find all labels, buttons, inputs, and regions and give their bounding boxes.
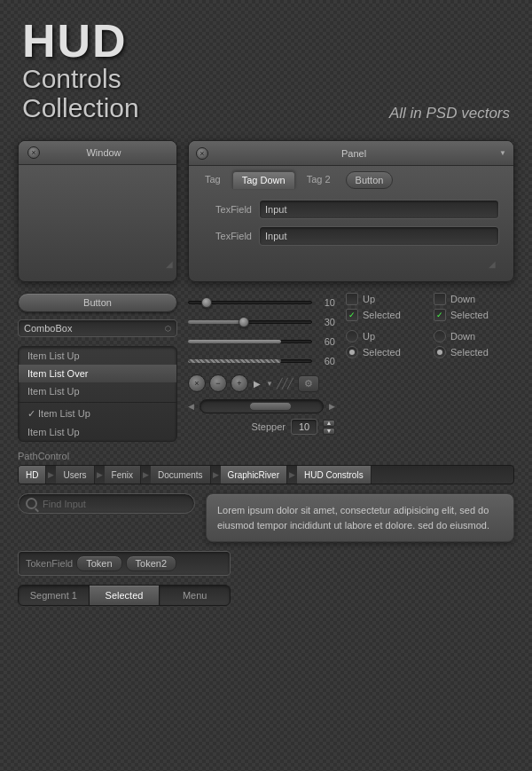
list-item[interactable]: Item List Up [19,382,176,400]
radio-grid: Up Down Selected [346,330,514,358]
checkbox-selected-1-label: Selected [363,310,401,320]
radio-up-control[interactable] [346,330,358,342]
list-item-hover[interactable]: Item List Over [19,365,176,382]
checkbox-selected-2-control[interactable]: ✓ [434,309,446,321]
subtitle: All in PSD vectors [389,105,510,122]
path-item-fenix[interactable]: Fenix [105,466,141,484]
panel-field-row-1: TexField [203,200,499,219]
toolbar-settings-button[interactable]: ⚙ [298,375,319,392]
tab-tag[interactable]: Tag [196,171,230,189]
path-item-hud-controls[interactable]: HUD Constrols [297,466,372,484]
panel-title-bar: × Panel ▼ [189,141,513,166]
list-box: Item List Up Item List Over Item List Up… [18,346,177,442]
segment-1[interactable]: Segment 1 [19,586,90,605]
slider-fill-4 [188,359,281,363]
radio-selected-1-control[interactable] [346,346,358,358]
path-item-users[interactable]: Users [56,466,94,484]
field-label-2: TexField [203,231,252,241]
token-1[interactable]: Token [76,555,121,571]
panel-input-1[interactable] [259,200,499,219]
list-item[interactable]: Item List Up [19,423,176,441]
tab-button[interactable]: Button [346,171,394,189]
panel-input-2[interactable] [259,226,499,246]
tab-tag2[interactable]: Tag 2 [298,171,340,189]
slider-thumb-1[interactable] [201,297,212,308]
checkbox-down-control[interactable] [434,293,446,305]
segment-selected[interactable]: Selected [90,586,160,605]
toolbar-btn-close[interactable]: × [188,374,206,392]
segment-menu[interactable]: Menu [160,586,230,605]
checkbox-up-control[interactable] [346,293,358,305]
radio-dot-2 [437,350,442,355]
radio-selected-2-label: Selected [450,347,489,358]
checkbox-selected-2-label: Selected [450,310,489,320]
stepper-label: Stepper [251,421,286,432]
field-label-1: TexField [203,204,252,215]
slider-4[interactable] [188,355,312,367]
scroll-left-arrow[interactable]: ◀ [188,402,194,411]
panel: × Panel ▼ Tag Tag Down Tag 2 Button TexF… [188,140,514,282]
tab-tag-down[interactable]: Tag Down [232,171,295,189]
stepper-buttons: ▲ ▼ [323,420,335,435]
combobox-arrow-icon: ⬡ [165,325,171,333]
resize-handle[interactable]: ◢ [166,259,173,269]
combobox[interactable]: ComboBox ⬡ [18,319,177,337]
toolbar-dropdown-icon[interactable]: ▼ [266,380,273,388]
toolbar-play-icon[interactable]: ▶ [252,379,262,389]
scroll-thumb[interactable] [249,402,292,411]
window-close-button[interactable]: × [27,146,40,159]
panel-resize-handle[interactable]: ◢ [489,259,496,269]
token-2[interactable]: Token2 [126,555,176,571]
combobox-label: ComboBox [24,323,72,334]
slider-value-4: 60 [317,356,335,366]
stepper-up-button[interactable]: ▲ [323,420,335,427]
window-title-bar: × Window [19,141,176,165]
panel-body: TexField TexField ◢ [189,189,513,281]
slider-2[interactable] [188,316,312,328]
panel-close-button[interactable]: × [196,147,208,160]
path-arrow-3: ▶ [141,470,151,479]
slider-row-3: 60 [188,335,335,348]
scroll-right-arrow[interactable]: ▶ [329,402,335,411]
stepper-input[interactable] [291,419,317,435]
path-item-graphicriver[interactable]: GraphicRiver [221,466,287,484]
radio-down-control[interactable] [434,330,446,342]
radio-grid-inner: Up Down Selected [346,330,514,358]
path-arrow-4: ▶ [211,470,221,479]
list-item[interactable]: Item List Up [19,347,176,365]
radio-selected-2-control[interactable] [434,346,446,358]
checkbox-area: Up Down ✓ Selected ✓ Selected [346,293,514,358]
header: HUD Controls Collection All in PSD vecto… [0,0,532,131]
path-item-documents[interactable]: Documents [151,466,211,484]
path-item-hd[interactable]: HD [19,466,46,484]
find-input[interactable]: Find Input [18,493,195,514]
slider-thumb-2[interactable] [239,317,249,327]
row-window-panel: × Window ◢ × Panel ▼ Tag Tag Down Tag 2 … [18,140,514,282]
slider-fill-3 [188,340,281,343]
radio-dot-1 [349,350,355,355]
list-item-checked[interactable]: Item List Up [19,405,176,423]
token-field: TokenField Token Token2 [18,551,231,576]
list-divider [19,402,176,403]
button-main[interactable]: Button [18,293,177,312]
panel-field-row-2: TexField [203,226,499,246]
slider-fill-2 [188,320,244,324]
scrollbar[interactable] [200,399,324,413]
toolbar-btn-minus[interactable]: − [209,374,227,392]
panel-tabs: Tag Tag Down Tag 2 Button [189,166,513,189]
window-panel: × Window ◢ [18,140,177,282]
slider-value-1: 10 [317,297,335,308]
radio-up: Up [346,330,426,342]
slider-3[interactable] [188,335,312,348]
toolbar: × − + ▶ ▼ ╱╱╱ ⚙ [188,374,335,392]
path-arrow-1: ▶ [46,470,56,479]
slider-row-2: 30 [188,316,335,328]
toolbar-btn-plus[interactable]: + [231,374,248,392]
radio-up-label: Up [363,331,375,342]
checkbox-selected-1-control[interactable]: ✓ [346,309,358,321]
radio-down-label: Down [450,331,475,342]
panel-dropdown-arrow-icon[interactable]: ▼ [499,149,506,157]
find-row: Find Input Lorem ipsum dolor sit amet, c… [18,493,514,542]
slider-1[interactable] [188,296,312,309]
stepper-down-button[interactable]: ▼ [323,428,335,435]
